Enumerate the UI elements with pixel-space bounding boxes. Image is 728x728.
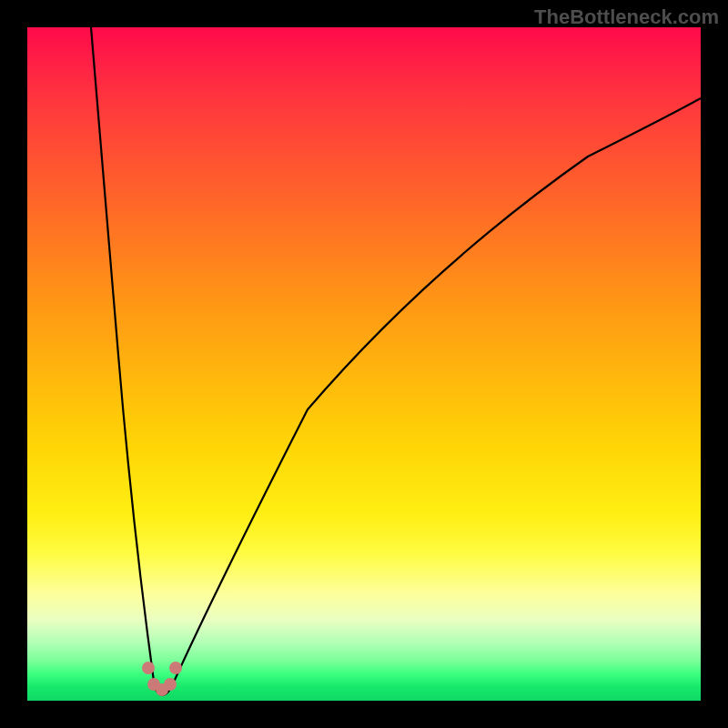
watermark-text: TheBottleneck.com [534,5,719,29]
plot-background-gradient [27,27,701,701]
chart-frame: TheBottleneck.com [0,0,728,728]
